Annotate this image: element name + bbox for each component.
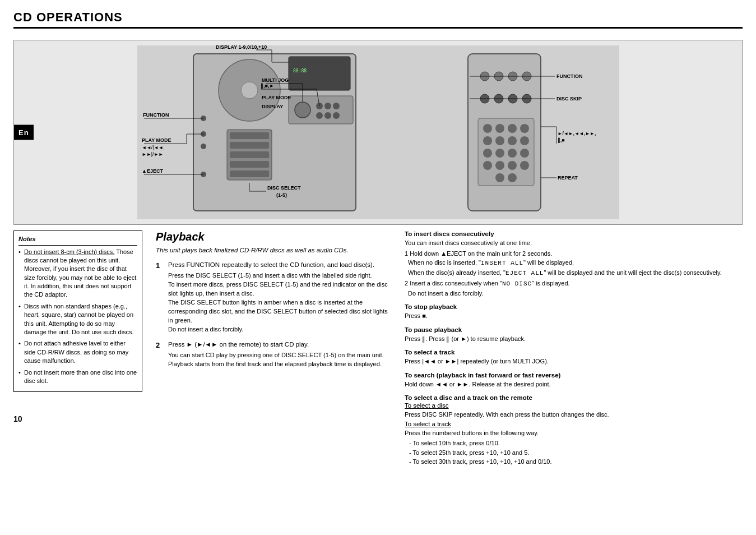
instr-stop-text: Press ■. bbox=[405, 311, 743, 321]
language-badge: En bbox=[14, 125, 34, 140]
instr-insert-step2: 2 Insert a disc consecutively when "NO D… bbox=[405, 279, 743, 298]
svg-text:►/◄►,◄◄,►►,: ►/◄►,◄◄,►►, bbox=[558, 131, 596, 136]
notes-list: Do not insert 8-cm (3-inch) discs. Those… bbox=[18, 248, 137, 386]
svg-text:▲EJECT: ▲EJECT bbox=[142, 168, 163, 174]
step-1-num: 1 bbox=[156, 260, 164, 271]
svg-text:►►|/►►: ►►|/►► bbox=[142, 151, 163, 157]
step-1-content: Press FUNCTION repeatedly to select the … bbox=[168, 260, 391, 334]
svg-point-38 bbox=[495, 136, 504, 145]
svg-point-19 bbox=[333, 103, 340, 109]
svg-point-49 bbox=[495, 173, 504, 182]
svg-text:‖,■,►: ‖,■,► bbox=[261, 83, 274, 89]
svg-point-46 bbox=[495, 161, 504, 170]
instr-pause: To pause playback Press ‖. Press ‖ (or ►… bbox=[405, 326, 743, 344]
step-1-detail: Press the DISC SELECT (1-5) and insert a… bbox=[168, 271, 391, 334]
svg-text:PLAY MODE: PLAY MODE bbox=[142, 137, 171, 143]
svg-point-22 bbox=[333, 112, 340, 119]
svg-text:DISPLAY: DISPLAY bbox=[262, 104, 283, 109]
instr-select-track-heading: To select a track bbox=[405, 349, 743, 356]
instr-search-heading: To search (playback in fast forward or f… bbox=[405, 372, 743, 379]
instr-track-item: To select 25th track, press +10, +10 and… bbox=[409, 448, 743, 458]
svg-text:FUNCTION: FUNCTION bbox=[143, 112, 169, 118]
svg-point-41 bbox=[483, 149, 492, 158]
instr-remote-heading: To select a disc and a track on the remo… bbox=[405, 394, 743, 401]
step-1-main: Press FUNCTION repeatedly to select the … bbox=[168, 260, 391, 270]
note-item: Do not insert 8-cm (3-inch) discs. Those… bbox=[18, 248, 137, 299]
svg-point-34 bbox=[495, 124, 504, 133]
instr-insert-step1: 1 Hold down ▲EJECT on the main unit for … bbox=[405, 249, 743, 278]
instr-track-item: To select 30th track, press +10, +10, +1… bbox=[409, 457, 743, 467]
instr-insert-consecutively: To insert discs consecutively You can in… bbox=[405, 230, 743, 298]
instr-stop: To stop playback Press ■. bbox=[405, 303, 743, 321]
step-2: 2 Press ► (►/◄► on the remote) to start … bbox=[156, 340, 391, 369]
svg-point-16 bbox=[295, 102, 310, 118]
svg-point-20 bbox=[316, 112, 323, 119]
svg-text:DISPLAY   1-9,0/10,+10: DISPLAY 1-9,0/10,+10 bbox=[216, 45, 267, 50]
svg-text:(1-5): (1-5) bbox=[276, 192, 287, 198]
notes-section: Notes Do not insert 8-cm (3-inch) discs.… bbox=[13, 230, 142, 423]
svg-point-42 bbox=[495, 149, 504, 158]
svg-text:MULTI JOG: MULTI JOG bbox=[262, 77, 289, 83]
svg-point-48 bbox=[520, 161, 529, 170]
svg-rect-4 bbox=[230, 132, 269, 139]
svg-point-2 bbox=[241, 82, 258, 99]
instr-select-track-subheading: To select a track bbox=[405, 421, 743, 427]
page-number: 10 bbox=[13, 414, 142, 423]
svg-point-37 bbox=[483, 136, 492, 145]
svg-point-43 bbox=[508, 149, 517, 158]
notes-box: Notes Do not insert 8-cm (3-inch) discs.… bbox=[13, 230, 142, 392]
instr-search-text: Hold down ◄◄ or ►►. Release at the desir… bbox=[405, 380, 743, 389]
instr-insert-text: You can insert discs consecutively at on… bbox=[405, 238, 743, 248]
note-item: Do not insert more than one disc into on… bbox=[18, 368, 137, 386]
svg-rect-8 bbox=[230, 170, 269, 177]
instr-select-track-remote-text: Press the numbered buttons in the follow… bbox=[405, 428, 743, 438]
note-item: Do not attach adhesive lavel to either s… bbox=[18, 339, 137, 365]
instr-select-track-text: Press |◄◄ or ►►| repeatedly (or turn MUL… bbox=[405, 357, 743, 366]
svg-text:88:88: 88:88 bbox=[293, 68, 307, 73]
instr-track-item: To select 10th track, press 0/10. bbox=[409, 439, 743, 448]
svg-point-50 bbox=[508, 173, 517, 182]
svg-point-21 bbox=[324, 112, 331, 119]
instr-track-list: To select 10th track, press 0/10. To sel… bbox=[405, 439, 743, 467]
svg-point-33 bbox=[483, 124, 492, 133]
page-layout: CD OPERATIONS En 88:88 bbox=[13, 10, 743, 472]
svg-point-40 bbox=[520, 136, 529, 145]
instr-stop-heading: To stop playback bbox=[405, 303, 743, 310]
diagram-area: En 88:88 bbox=[13, 40, 743, 225]
playback-subtitle: This unit plays back finalized CD-R/RW d… bbox=[156, 246, 391, 255]
diagram-svg: 88:88 bbox=[137, 45, 619, 219]
svg-text:‖,■: ‖,■ bbox=[558, 137, 565, 143]
step-2-detail: You can start CD play by pressing one of… bbox=[168, 351, 391, 369]
svg-text:DISC SKIP: DISC SKIP bbox=[556, 96, 582, 102]
step-1: 1 Press FUNCTION repeatedly to select th… bbox=[156, 260, 391, 334]
svg-point-18 bbox=[324, 103, 331, 109]
step-2-content: Press ► (►/◄► on the remote) to start CD… bbox=[168, 340, 391, 369]
svg-rect-7 bbox=[230, 161, 269, 168]
instr-remote: To select a disc and a track on the remo… bbox=[405, 394, 743, 467]
svg-text:FUNCTION: FUNCTION bbox=[556, 73, 583, 79]
svg-rect-5 bbox=[230, 142, 269, 149]
step-2-main: Press ► (►/◄► on the remote) to start CD… bbox=[168, 340, 391, 349]
note-item: Discs with non-standard shapes (e.g., he… bbox=[18, 302, 137, 337]
svg-point-45 bbox=[483, 161, 492, 170]
instr-pause-text: Press ‖. Press ‖ (or ►) to resume playba… bbox=[405, 334, 743, 344]
content-row: Notes Do not insert 8-cm (3-inch) discs.… bbox=[13, 230, 743, 472]
playback-title: Playback bbox=[156, 230, 391, 243]
svg-point-44 bbox=[520, 149, 529, 158]
instr-select-disc-text: Press DISC SKIP repeatedly. With each pr… bbox=[405, 410, 743, 419]
instr-select-disc-subheading: To select a disc bbox=[405, 402, 743, 409]
page-title: CD OPERATIONS bbox=[13, 10, 743, 29]
playback-section: Playback This unit plays back finalized … bbox=[156, 230, 391, 375]
svg-point-47 bbox=[508, 161, 517, 170]
instr-search: To search (playback in fast forward or f… bbox=[405, 372, 743, 389]
svg-point-11 bbox=[201, 144, 206, 149]
svg-point-39 bbox=[508, 136, 517, 145]
instr-select-track: To select a track Press |◄◄ or ►►| repea… bbox=[405, 349, 743, 366]
instr-pause-heading: To pause playback bbox=[405, 326, 743, 333]
instructions-section: To insert discs consecutively You can in… bbox=[405, 230, 743, 472]
step-2-num: 2 bbox=[156, 340, 164, 351]
playback-steps: 1 Press FUNCTION repeatedly to select th… bbox=[156, 260, 391, 369]
svg-point-35 bbox=[508, 124, 517, 133]
svg-text:PLAY MODE: PLAY MODE bbox=[262, 95, 291, 100]
svg-text:DISC SELECT: DISC SELECT bbox=[267, 185, 301, 191]
